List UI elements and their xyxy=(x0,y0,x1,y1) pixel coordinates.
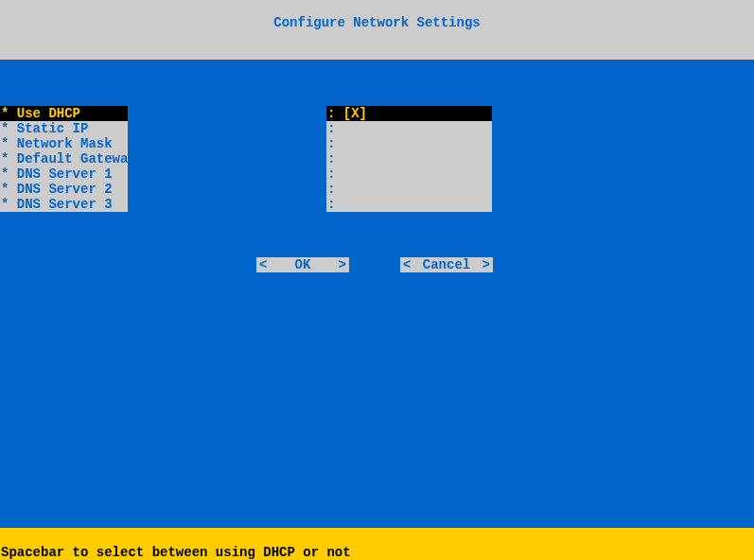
value-use-dhcp[interactable]: : [X] xyxy=(326,106,492,121)
value-dns-server-3[interactable]: : xyxy=(326,197,492,212)
main-area: * Use DHCP * Static IP * Network Mask * … xyxy=(0,60,754,528)
menu-item-dns-server-1[interactable]: * DNS Server 1 xyxy=(0,166,128,182)
chevron-left-icon: < xyxy=(403,257,411,272)
chevron-right-icon: > xyxy=(482,257,490,272)
value-dns-server-2[interactable]: : xyxy=(326,182,492,197)
cancel-button-label: Cancel xyxy=(423,257,470,272)
value-static-ip[interactable]: : xyxy=(326,121,492,136)
value-default-gateway[interactable]: : xyxy=(326,151,492,166)
page-title: Configure Network Settings xyxy=(0,0,754,60)
ok-button-label: OK xyxy=(295,257,311,272)
menu-item-network-mask[interactable]: * Network Mask xyxy=(0,136,128,151)
chevron-left-icon: < xyxy=(259,257,267,272)
cancel-button[interactable]: < Cancel > xyxy=(400,257,493,272)
menu-item-static-ip[interactable]: * Static IP xyxy=(0,121,128,136)
menu-item-use-dhcp[interactable]: * Use DHCP xyxy=(0,106,128,121)
ok-button[interactable]: < OK > xyxy=(256,257,349,272)
menu-item-default-gateway[interactable]: * Default Gateway xyxy=(0,151,128,166)
menu-item-dns-server-3[interactable]: * DNS Server 3 xyxy=(0,197,128,212)
settings-menu: * Use DHCP * Static IP * Network Mask * … xyxy=(0,106,128,212)
values-panel: : [X] : : : : : : xyxy=(326,106,492,212)
chevron-right-icon: > xyxy=(339,257,346,272)
menu-item-dns-server-2[interactable]: * DNS Server 2 xyxy=(0,182,128,197)
footer-hint: Spacebar to select between using DHCP or… xyxy=(0,528,754,560)
value-network-mask[interactable]: : xyxy=(326,136,492,151)
value-dns-server-1[interactable]: : xyxy=(326,166,492,182)
